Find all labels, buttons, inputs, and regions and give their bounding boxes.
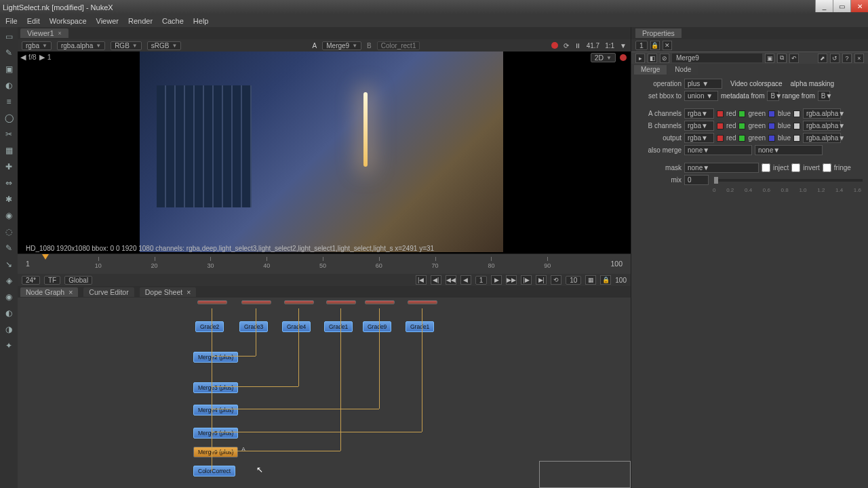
first-frame-button[interactable]: |◀ <box>416 275 427 285</box>
fps-select[interactable]: 24* <box>22 276 40 285</box>
tab-node-graph[interactable]: Node Graph× <box>20 287 78 297</box>
menu-edit[interactable]: Edit <box>27 17 40 25</box>
blue-swatch[interactable] <box>768 110 775 117</box>
tool-6[interactable]: ✂ <box>3 129 14 140</box>
tool-9[interactable]: ⇔ <box>3 178 14 188</box>
viewer-mode-select[interactable]: 2D▼ <box>591 53 616 62</box>
grade-node[interactable]: Grade4 <box>282 321 311 332</box>
mix-slider[interactable] <box>714 179 863 182</box>
merge-node[interactable]: Merge4 (plus) <box>193 405 238 415</box>
gain-value[interactable]: 41.7 <box>587 42 599 49</box>
copy-icon[interactable]: ⧉ <box>777 54 787 63</box>
lut-select[interactable]: sRGB▼ <box>147 41 182 50</box>
also-merge-select[interactable]: none▼ <box>684 145 752 155</box>
range-from-select[interactable]: B▼ <box>818 91 830 101</box>
float-icon[interactable]: ⬈ <box>818 54 827 63</box>
tool-19[interactable]: ✦ <box>3 340 14 351</box>
red-swatch[interactable] <box>717 123 724 129</box>
tool-15[interactable]: ◈ <box>3 275 14 286</box>
minimap[interactable] <box>539 461 631 488</box>
a-channels-select[interactable]: rgba▼ <box>684 108 714 119</box>
tool-4[interactable]: ≡ <box>3 96 14 107</box>
grade-node[interactable]: Grade1 <box>324 321 353 332</box>
colorspace-select[interactable]: RGB▼ <box>111 41 142 50</box>
blue-swatch[interactable] <box>768 123 775 129</box>
mask-select[interactable]: none▼ <box>684 163 759 173</box>
merge-node[interactable]: Merge2 (plus) <box>193 352 238 363</box>
read-node[interactable] <box>408 300 437 304</box>
inject-checkbox[interactable] <box>762 163 770 172</box>
fringe-checkbox[interactable] <box>823 163 831 172</box>
grade-node[interactable]: Grade1 <box>406 321 434 332</box>
menu-render[interactable]: Render <box>128 17 153 25</box>
tool-17[interactable]: ◐ <box>3 308 14 319</box>
red-swatch[interactable] <box>717 135 724 142</box>
nav-fwd[interactable]: ▶ <box>39 53 45 61</box>
green-swatch[interactable] <box>738 135 745 142</box>
tool-13[interactable]: ✎ <box>3 243 14 253</box>
close-icon[interactable]: × <box>68 288 73 296</box>
timeline[interactable]: 1 10 20 30 40 50 60 70 80 90 100 <box>18 253 631 274</box>
props-count[interactable]: 1 <box>635 41 648 50</box>
tool-1[interactable]: ✎ <box>3 47 14 58</box>
merge-node[interactable]: Merge5 (plus) <box>193 428 238 439</box>
read-node[interactable] <box>284 300 314 304</box>
tool-14[interactable]: ↘ <box>3 259 14 270</box>
bbox-select[interactable]: union ▼ <box>684 91 718 101</box>
revert-icon[interactable]: ↶ <box>789 54 799 63</box>
play-back-button[interactable]: ◀ <box>460 275 471 285</box>
nav-fs[interactable]: f/8 <box>28 53 37 61</box>
b-channels-select[interactable]: rgba▼ <box>684 121 714 131</box>
lock-icon[interactable]: 🔒 <box>600 275 611 285</box>
disable-icon[interactable]: ⊘ <box>660 54 669 63</box>
subtab-node[interactable]: Node <box>668 65 698 75</box>
undo-icon[interactable]: ↺ <box>830 54 840 63</box>
tool-5[interactable]: ◯ <box>3 113 14 123</box>
menu-workspace[interactable]: Workspace <box>50 17 87 25</box>
menu-cache[interactable]: Cache <box>162 17 184 25</box>
input-b-select[interactable]: Color_rect1 <box>377 41 420 50</box>
grade-node[interactable]: Grade2 <box>195 321 224 332</box>
help-icon[interactable]: ? <box>842 54 852 63</box>
frame-field[interactable]: 1 <box>475 276 488 285</box>
close-icon[interactable]: × <box>58 30 62 37</box>
layer-select[interactable]: rgba.alpha▼ <box>57 41 105 50</box>
b-alpha-select[interactable]: rgba.alpha▼ <box>803 121 841 131</box>
tool-7[interactable]: ▦ <box>3 145 14 156</box>
record-icon[interactable] <box>551 42 558 49</box>
nav-one[interactable]: 1 <box>47 53 52 61</box>
tool-8[interactable]: ✚ <box>3 161 14 172</box>
menu-help[interactable]: Help <box>193 17 209 25</box>
viewer-tab[interactable]: Viewer1× <box>20 28 68 38</box>
read-node[interactable] <box>326 300 356 304</box>
chevron-down-icon[interactable]: ▼ <box>620 42 627 49</box>
alpha-swatch[interactable] <box>793 110 800 117</box>
prev-key-button[interactable]: ◀| <box>431 275 441 285</box>
tool-0[interactable]: ▭ <box>3 31 14 42</box>
play-button[interactable]: ▶ <box>491 275 502 285</box>
subtab-merge[interactable]: Merge <box>634 65 667 75</box>
alpha-swatch[interactable] <box>793 135 800 142</box>
ratio-value[interactable]: 1:1 <box>605 42 614 49</box>
alpha-swatch[interactable] <box>793 123 800 129</box>
blue-swatch[interactable] <box>768 135 775 142</box>
close-icon[interactable]: × <box>186 288 191 296</box>
tool-18[interactable]: ◑ <box>3 324 14 335</box>
color-icon[interactable]: ◧ <box>648 54 657 63</box>
scope-select[interactable]: Global <box>64 276 92 285</box>
tool-11[interactable]: ◉ <box>3 210 14 221</box>
node-graph[interactable]: Grade2 Grade3 Grade4 Grade1 Grade9 Grade… <box>18 298 631 488</box>
loop-button[interactable]: ⟲ <box>551 275 561 285</box>
cache-icon[interactable]: ▦ <box>585 275 596 285</box>
lock-icon[interactable]: 🔒 <box>650 41 660 50</box>
menu-viewer[interactable]: Viewer <box>96 17 119 25</box>
tab-curve-editor[interactable]: Curve Editor <box>83 287 134 297</box>
output-alpha-select[interactable]: rgba.alpha▼ <box>803 133 841 143</box>
output-select[interactable]: rgba▼ <box>684 133 714 143</box>
maximize-button[interactable]: ▭ <box>833 0 850 12</box>
video-colorspace-link[interactable]: Video colorspace <box>730 80 783 87</box>
merge-node-selected[interactable]: Merge9 (plus) <box>193 447 238 458</box>
tool-10[interactable]: ✱ <box>3 194 14 205</box>
red-swatch[interactable] <box>717 110 724 117</box>
operation-select[interactable]: plus ▼ <box>684 79 722 89</box>
